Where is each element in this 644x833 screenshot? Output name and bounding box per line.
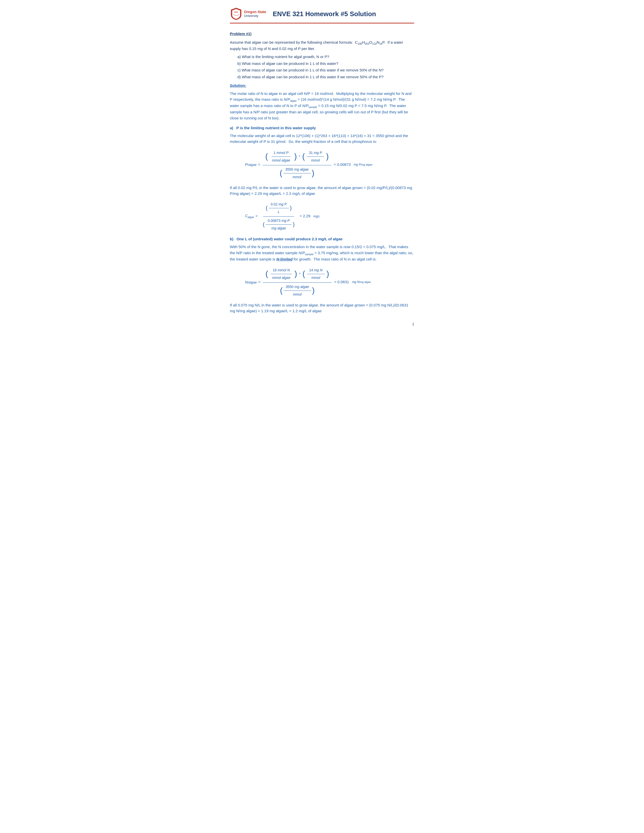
- page-number: 1: [230, 322, 414, 327]
- problem-part-d: What mass of algae can be produced in 1 …: [237, 74, 414, 80]
- osu-text: Oregon State University: [244, 10, 266, 18]
- osu-shield-icon: OSU: [230, 8, 242, 20]
- solution-section: Solution: The molar ratio of N to algae …: [230, 83, 414, 314]
- problem-part-a: What is the limiting nutrient for algal …: [237, 54, 414, 60]
- part-a-text2: If all 0.02 mg P/L in the water is used …: [230, 185, 414, 197]
- logo-area: OSU Oregon State University: [230, 8, 268, 20]
- problem-part-b: What mass of algae can be produced in 1 …: [237, 61, 414, 67]
- part-a-label: a) P is the limiting nutrient in this wa…: [230, 125, 414, 131]
- solution-label: Solution:: [230, 83, 414, 88]
- page: OSU Oregon State University ENVE 321 Hom…: [215, 0, 429, 342]
- problem-part-c: What mass of algae can be produced in 1 …: [237, 68, 414, 73]
- problem-parts: What is the limiting nutrient for algal …: [230, 54, 414, 80]
- solution-intro: The molar ratio of N to algae in an alga…: [230, 91, 414, 121]
- formula-c-algae: Calgae = ( 0.02 mg P L ) ( 0.0087: [245, 200, 414, 232]
- part-b-text4: If all 0.075 mg N/L in the water is used…: [230, 302, 414, 314]
- problem-label: Problem #1): [230, 31, 414, 37]
- formula-p-fraction: P/algae = ( 1 mmol P mmol algae ) * (: [245, 149, 414, 181]
- part-b-text: With 50% of the N gone, the N concentrat…: [230, 244, 414, 262]
- problem-section: Problem #1) Assume that algae can be rep…: [230, 31, 414, 80]
- svg-text:OSU: OSU: [234, 11, 238, 13]
- header-title: ENVE 321 Homework #5 Solution: [273, 9, 376, 19]
- osu-university: University: [244, 14, 266, 18]
- problem-intro: Assume that algae can be represented by …: [230, 39, 414, 52]
- part-a-text1: The molecular weight of an algal cell is…: [230, 133, 414, 145]
- header: OSU Oregon State University ENVE 321 Hom…: [230, 8, 414, 24]
- formula-n-fraction: N/algae = ( 16 mmol N mmol algae ) * (: [245, 266, 414, 298]
- part-b-label: b) One L of (untreated) water could prod…: [230, 236, 414, 242]
- osu-oregon: Oregon State: [244, 10, 266, 14]
